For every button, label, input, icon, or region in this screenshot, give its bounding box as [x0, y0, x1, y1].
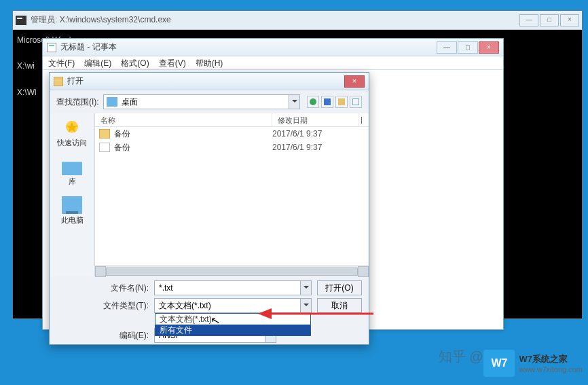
open-dialog: 打开 × 查找范围(I): 桌面 快速访问 库: [49, 72, 369, 345]
notepad-minimize-button[interactable]: —: [437, 41, 457, 54]
notepad-icon: [47, 43, 56, 52]
up-icon[interactable]: [321, 96, 333, 108]
cancel-button[interactable]: 取消: [317, 298, 362, 313]
pc-icon: [62, 196, 82, 214]
col-extra[interactable]: |: [359, 113, 369, 126]
cmd-line: X:\Wi: [17, 88, 37, 97]
chevron-down-icon[interactable]: [300, 281, 311, 295]
filetype-dropdown: 文本文档(*.txt)所有文件: [155, 313, 311, 336]
scroll-left-button[interactable]: [95, 266, 106, 277]
w7-text-url: www.w7xitong.com: [519, 365, 583, 373]
folder-open-icon: [54, 77, 63, 86]
notepad-titlebar[interactable]: 无标题 - 记事本 — □ ×: [43, 39, 503, 56]
cmd-minimize-button[interactable]: —: [519, 14, 538, 26]
cmd-maximize-button[interactable]: □: [540, 14, 559, 26]
notepad-close-button[interactable]: ×: [479, 41, 499, 54]
dialog-bottom: 文件名(N): *.txt 打开(O) 文件类型(T): 文本文档(*.txt)…: [50, 276, 369, 350]
sidebar-label: 此电脑: [61, 215, 84, 225]
col-date[interactable]: 修改日期: [272, 113, 359, 126]
open-button[interactable]: 打开(O): [317, 280, 362, 295]
lookin-row: 查找范围(I): 桌面: [50, 90, 369, 113]
filetype-combo[interactable]: 文本文档(*.txt) 文本文档(*.txt)所有文件: [154, 298, 312, 313]
w7-watermark: W7 W7系统之家 www.w7xitong.com: [483, 350, 583, 377]
new-folder-icon[interactable]: [335, 96, 348, 108]
lookin-value: 桌面: [120, 96, 289, 108]
cmd-line: X:\wi: [17, 61, 35, 71]
col-name[interactable]: 名称: [95, 113, 272, 126]
notepad-title: 无标题 - 记事本: [60, 41, 117, 53]
menu-view[interactable]: 查看(V): [159, 58, 186, 68]
lookin-label: 查找范围(I):: [56, 96, 99, 108]
library-icon: [62, 158, 82, 175]
notepad-maximize-button[interactable]: □: [458, 41, 478, 54]
list-header: 名称 修改日期 |: [95, 113, 369, 127]
w7-badge: W7: [483, 350, 515, 377]
filename-label: 文件名(N):: [101, 282, 149, 294]
filetype-label: 文件类型(T):: [101, 300, 149, 312]
filetype-option[interactable]: 文本文档(*.txt): [155, 314, 310, 325]
row-date: 2017/6/1 9:37: [272, 143, 359, 152]
dialog-title: 打开: [67, 75, 84, 87]
folder-icon: [99, 129, 110, 139]
row-date: 2017/6/1 9:37: [272, 129, 359, 139]
filetype-value: 文本文档(*.txt): [155, 300, 300, 312]
file-icon: [99, 143, 110, 152]
lookin-combo[interactable]: 桌面: [103, 94, 300, 109]
file-list-pane: 名称 修改日期 | 备份2017/6/1 9:37备份2017/6/1 9:37: [94, 113, 369, 276]
file-list[interactable]: 备份2017/6/1 9:37备份2017/6/1 9:37: [95, 127, 369, 265]
sidebar-this-pc[interactable]: 此电脑: [61, 196, 84, 225]
cmd-icon: [16, 16, 26, 25]
cmd-titlebar[interactable]: 管理员: X:\windows\system32\cmd.exe — □ ×: [13, 11, 582, 30]
row-name: 备份: [114, 142, 272, 153]
back-icon[interactable]: [307, 96, 319, 108]
menu-edit[interactable]: 编辑(E): [84, 58, 111, 68]
filetype-option[interactable]: 所有文件: [155, 325, 310, 335]
menu-file[interactable]: 文件(F): [48, 58, 75, 68]
row-name: 备份: [114, 128, 272, 140]
star-icon: [62, 119, 82, 136]
w7-text-cn: W7系统之家: [519, 353, 583, 365]
dialog-close-button[interactable]: ×: [344, 75, 365, 88]
places-sidebar: 快速访问 库 此电脑: [50, 113, 94, 276]
scroll-thumb[interactable]: [106, 268, 358, 276]
horizontal-scrollbar[interactable]: [95, 265, 369, 276]
list-item[interactable]: 备份2017/6/1 9:37: [95, 127, 369, 141]
sidebar-quick-access[interactable]: 快速访问: [57, 119, 87, 148]
desktop-icon: [107, 97, 117, 107]
list-item[interactable]: 备份2017/6/1 9:37: [95, 141, 369, 154]
encoding-label: 编码(E):: [101, 330, 149, 342]
view-menu-icon[interactable]: [350, 96, 362, 108]
filename-input[interactable]: *.txt: [154, 280, 312, 295]
chevron-down-icon[interactable]: [289, 95, 299, 109]
dialog-titlebar[interactable]: 打开 ×: [50, 73, 369, 90]
cmd-title: 管理员: X:\windows\system32\cmd.exe: [31, 14, 171, 26]
chevron-down-icon[interactable]: [300, 299, 311, 312]
sidebar-label: 库: [69, 177, 76, 187]
notepad-menubar: 文件(F) 编辑(E) 格式(O) 查看(V) 帮助(H): [43, 56, 503, 70]
scroll-right-button[interactable]: [358, 266, 369, 277]
sidebar-label: 快速访问: [57, 138, 87, 148]
menu-help[interactable]: 帮助(H): [196, 58, 223, 68]
sidebar-libraries[interactable]: 库: [62, 158, 82, 187]
filename-value: *.txt: [155, 283, 300, 293]
cmd-close-button[interactable]: ×: [560, 14, 579, 26]
menu-format[interactable]: 格式(O): [121, 58, 149, 68]
